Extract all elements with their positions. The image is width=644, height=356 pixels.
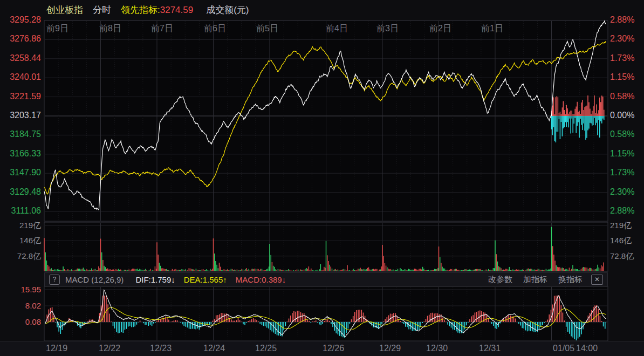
prev-day-label: 前6日: [204, 24, 226, 33]
price-tick: 3184.75: [0, 129, 41, 139]
date-tick: 12/30: [426, 344, 448, 353]
prev-day-label: 前5日: [256, 24, 278, 33]
help-icon[interactable]: ?: [49, 275, 60, 285]
price-tick: 3203.17: [0, 111, 41, 120]
date-tick: 12/22: [99, 344, 120, 353]
bottom-axis-bar: [0, 341, 644, 356]
turnover-label: 成交额(元): [206, 4, 249, 16]
dif-value: DIF:1.759↓: [135, 275, 175, 284]
date-tick: 12/24: [203, 344, 225, 353]
mode-label[interactable]: 分时: [93, 4, 111, 16]
macd-tick: 0.08: [0, 317, 41, 326]
percent-tick: 0.58%: [610, 129, 634, 139]
prev-day-label: 前9日: [46, 24, 68, 33]
percent-tick: 1.15%: [610, 149, 634, 158]
date-tick: 12/19: [46, 344, 67, 353]
percent-tick: 2.30%: [610, 34, 634, 43]
date-tick: 01/05: [553, 344, 574, 353]
percent-tick: 1.15%: [610, 72, 634, 81]
volume-tick: 146亿: [610, 236, 632, 245]
price-tick: 3240.01: [0, 72, 41, 81]
switch-indicator-button[interactable]: 换指标: [558, 275, 583, 285]
date-tick: 12/31: [479, 344, 501, 353]
edit-params-button[interactable]: 改参数: [488, 275, 512, 285]
prev-day-label: 前7日: [151, 24, 173, 33]
volume-tick: 72.8亿: [0, 251, 41, 261]
percent-tick: 1.73%: [610, 53, 634, 63]
percent-tick: 2.88%: [610, 15, 634, 24]
price-tick: 3258.44: [0, 53, 41, 63]
prev-day-label: 前8日: [99, 24, 121, 33]
close-icon[interactable]: ✕: [591, 275, 603, 285]
add-indicator-button[interactable]: 加指标: [523, 275, 547, 285]
price-tick: 3166.33: [0, 149, 41, 158]
price-tick: 3295.28: [0, 15, 41, 24]
percent-tick: 0.58%: [610, 92, 634, 101]
macd-tick: 15.95: [0, 285, 41, 294]
lead-indicator: 领先指标: 3274.59: [121, 4, 193, 16]
macd-tick: 8.02: [0, 301, 41, 310]
price-tick: 3111.06: [0, 206, 41, 215]
volume-tick: 219亿: [0, 221, 41, 230]
prev-day-label: 前1日: [481, 24, 503, 33]
percent-tick: 0.00%: [610, 111, 634, 120]
percent-tick: 2.30%: [610, 187, 634, 196]
price-tick: 3147.90: [0, 168, 41, 177]
price-tick: 3221.59: [0, 92, 41, 101]
price-tick: 3129.48: [0, 187, 41, 196]
date-tick: 12/25: [255, 344, 277, 353]
dea-value: DEA:1.565↑: [184, 275, 227, 284]
prev-day-label: 前2日: [429, 24, 451, 33]
chart-header: 创业板指 分时 领先指标: 3274.59 成交额(元): [46, 4, 249, 16]
volume-tick: 72.8亿: [610, 251, 634, 261]
prev-day-label: 前4日: [326, 24, 348, 33]
chart-canvas[interactable]: [0, 0, 644, 356]
lead-indicator-label: 领先指标:: [121, 4, 160, 16]
trading-app-window: 创业板指 分时 领先指标: 3274.59 成交额(元) 3295.283276…: [0, 0, 644, 356]
macd-title[interactable]: MACD (12,26,9): [65, 275, 124, 284]
index-name: 创业板指: [46, 4, 83, 16]
macd-value: MACD:0.389↓: [236, 275, 286, 284]
macd-toolbar: ? MACD (12,26,9) DIF:1.759↓ DEA:1.565↑ M…: [44, 272, 608, 286]
lead-indicator-value: 3274.59: [160, 5, 193, 16]
percent-tick: 2.88%: [610, 206, 634, 215]
current-time-label: 14:00: [576, 344, 598, 353]
percent-tick: 1.73%: [610, 168, 634, 177]
date-tick: 12/23: [150, 344, 172, 353]
volume-tick: 146亿: [0, 236, 41, 245]
volume-tick: 219亿: [610, 221, 632, 230]
date-tick: 12/26: [323, 344, 344, 353]
prev-day-label: 前3日: [376, 24, 399, 33]
price-tick: 3276.86: [0, 34, 41, 43]
date-tick: 12/29: [379, 344, 401, 353]
